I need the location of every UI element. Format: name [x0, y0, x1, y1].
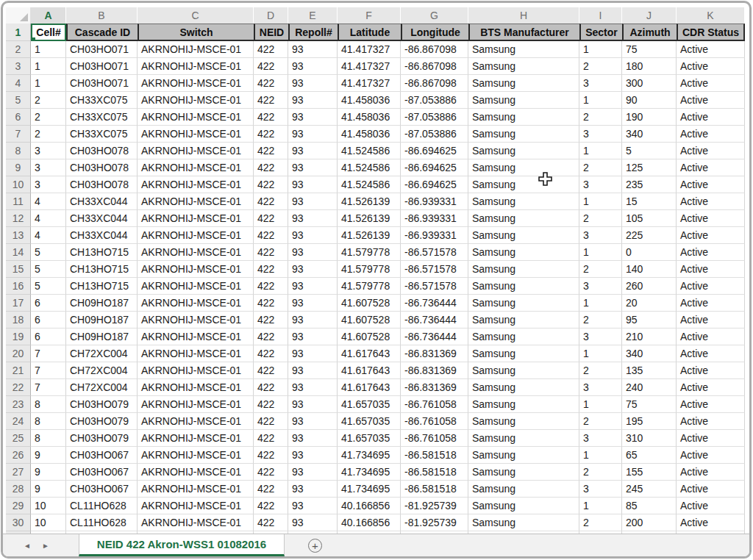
cell-E20[interactable]: 93 [288, 345, 338, 362]
cell-K29[interactable]: Active [677, 498, 745, 514]
cell-A9[interactable]: 3 [31, 159, 66, 176]
cell-G14[interactable]: -86.571578 [401, 244, 468, 261]
cell-A30[interactable]: 10 [31, 514, 66, 531]
cell-K20[interactable]: Active [677, 345, 745, 362]
cell-F29[interactable]: 40.166856 [338, 498, 401, 514]
cell-B16[interactable]: CH13HO715 [66, 278, 138, 295]
cell-I2[interactable]: 1 [579, 41, 622, 58]
cell-J7[interactable]: 340 [622, 126, 677, 143]
cell-K8[interactable]: Active [677, 143, 745, 159]
cell-G11[interactable]: -86.939331 [401, 193, 468, 210]
cell-C5[interactable]: AKRNOHIJ-MSCE-01 [138, 92, 254, 109]
cell-E7[interactable]: 93 [288, 126, 338, 143]
cell-K18[interactable]: Active [677, 312, 745, 329]
cell-C22[interactable]: AKRNOHIJ-MSCE-01 [138, 379, 254, 396]
cell-K24[interactable]: Active [677, 413, 745, 430]
cell-B4[interactable]: CH03HO071 [66, 75, 138, 92]
cell-I6[interactable]: 2 [579, 109, 622, 126]
cell-K5[interactable]: Active [677, 92, 745, 109]
cell-A29[interactable]: 10 [31, 498, 66, 514]
cell-H20[interactable]: Samsung [468, 345, 579, 362]
cell-A28[interactable]: 9 [31, 481, 66, 498]
cell-G5[interactable]: -87.053886 [401, 92, 468, 109]
cell-F26[interactable]: 41.734695 [338, 447, 401, 464]
cell-D11[interactable]: 422 [254, 193, 288, 210]
cell-H28[interactable]: Samsung [468, 481, 579, 498]
cell-A7[interactable]: 2 [31, 126, 66, 143]
cell-J13[interactable]: 225 [622, 227, 677, 244]
cell-C11[interactable]: AKRNOHIJ-MSCE-01 [138, 193, 254, 210]
cell-C16[interactable]: AKRNOHIJ-MSCE-01 [138, 278, 254, 295]
cell-D20[interactable]: 422 [254, 345, 288, 362]
cell-E15[interactable]: 93 [288, 261, 338, 278]
cell-B24[interactable]: CH03HO079 [66, 413, 138, 430]
row-header-3[interactable]: 3 [6, 58, 31, 75]
cell-D24[interactable]: 422 [254, 413, 288, 430]
cell-G29[interactable]: -81.925739 [401, 498, 468, 514]
cell-J3[interactable]: 180 [622, 58, 677, 75]
row-header-20[interactable]: 20 [6, 345, 31, 362]
cell-G8[interactable]: -86.694625 [401, 143, 468, 159]
column-header-c[interactable]: C [138, 7, 254, 24]
cell-J2[interactable]: 75 [622, 41, 677, 58]
cell-F15[interactable]: 41.579778 [338, 261, 401, 278]
cell-B21[interactable]: CH72XC004 [66, 362, 138, 379]
cell-J27[interactable]: 155 [622, 464, 677, 481]
cell-J23[interactable]: 75 [622, 396, 677, 413]
cell-C21[interactable]: AKRNOHIJ-MSCE-01 [138, 362, 254, 379]
cell-J12[interactable]: 105 [622, 210, 677, 227]
cell-E1[interactable]: Repoll# [288, 24, 338, 41]
cell-E27[interactable]: 93 [288, 464, 338, 481]
cell-H3[interactable]: Samsung [468, 58, 579, 75]
cell-A3[interactable]: 1 [31, 58, 66, 75]
cell-C19[interactable]: AKRNOHIJ-MSCE-01 [138, 329, 254, 345]
cell-G17[interactable]: -86.736444 [401, 295, 468, 312]
cell-D6[interactable]: 422 [254, 109, 288, 126]
cell-D4[interactable]: 422 [254, 75, 288, 92]
cell-J21[interactable]: 135 [622, 362, 677, 379]
cell-E25[interactable]: 93 [288, 430, 338, 447]
cell-D2[interactable]: 422 [254, 41, 288, 58]
cell-B9[interactable]: CH03HO078 [66, 159, 138, 176]
cell-D14[interactable]: 422 [254, 244, 288, 261]
cell-F13[interactable]: 41.526139 [338, 227, 401, 244]
cell-B8[interactable]: CH03HO078 [66, 143, 138, 159]
cell-H1[interactable]: BTS Manufacturer [468, 24, 579, 41]
cell-C17[interactable]: AKRNOHIJ-MSCE-01 [138, 295, 254, 312]
cell-B23[interactable]: CH03HO079 [66, 396, 138, 413]
cell-A24[interactable]: 8 [31, 413, 66, 430]
cell-C26[interactable]: AKRNOHIJ-MSCE-01 [138, 447, 254, 464]
cell-A4[interactable]: 1 [31, 75, 66, 92]
row-header-28[interactable]: 28 [6, 481, 31, 498]
cell-B5[interactable]: CH33XC075 [66, 92, 138, 109]
row-header-1[interactable]: 1 [6, 24, 31, 41]
cell-F5[interactable]: 41.458036 [338, 92, 401, 109]
cell-C13[interactable]: AKRNOHIJ-MSCE-01 [138, 227, 254, 244]
cell-J16[interactable]: 260 [622, 278, 677, 295]
row-header-27[interactable]: 27 [6, 464, 31, 481]
cell-D18[interactable]: 422 [254, 312, 288, 329]
cell-H15[interactable]: Samsung [468, 261, 579, 278]
cell-G24[interactable]: -86.761058 [401, 413, 468, 430]
cell-F20[interactable]: 41.617643 [338, 345, 401, 362]
cell-A17[interactable]: 6 [31, 295, 66, 312]
cell-A21[interactable]: 7 [31, 362, 66, 379]
cell-F17[interactable]: 41.607528 [338, 295, 401, 312]
cell-B14[interactable]: CH13HO715 [66, 244, 138, 261]
cell-D22[interactable]: 422 [254, 379, 288, 396]
cell-B15[interactable]: CH13HO715 [66, 261, 138, 278]
cell-H11[interactable]: Samsung [468, 193, 579, 210]
cell-I23[interactable]: 1 [579, 396, 622, 413]
column-header-h[interactable]: H [468, 7, 579, 24]
row-header-9[interactable]: 9 [6, 159, 31, 176]
cell-J22[interactable]: 240 [622, 379, 677, 396]
row-header-22[interactable]: 22 [6, 379, 31, 396]
cell-A14[interactable]: 5 [31, 244, 66, 261]
cell-E10[interactable]: 93 [288, 176, 338, 193]
cell-G6[interactable]: -87.053886 [401, 109, 468, 126]
cell-F25[interactable]: 41.657035 [338, 430, 401, 447]
cell-E29[interactable]: 93 [288, 498, 338, 514]
cell-C30[interactable]: AKRNOHIJ-MSCE-01 [138, 514, 254, 531]
cell-A10[interactable]: 3 [31, 176, 66, 193]
cell-A2[interactable]: 1 [31, 41, 66, 58]
